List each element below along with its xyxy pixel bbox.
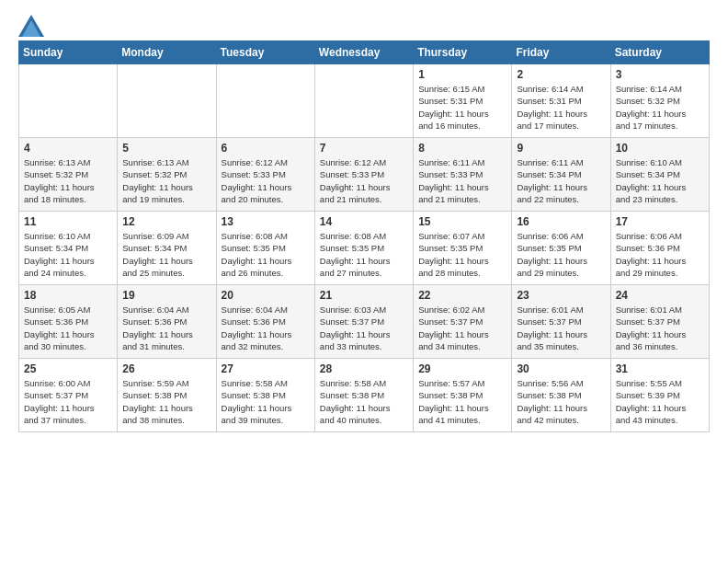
day-number: 15 xyxy=(418,215,506,228)
cell-content: Sunrise: 5:57 AM Sunset: 5:38 PM Dayligh… xyxy=(418,377,506,426)
calendar-cell: 5Sunrise: 6:13 AM Sunset: 5:32 PM Daylig… xyxy=(118,138,216,212)
day-number: 9 xyxy=(517,142,605,155)
calendar-cell: 9Sunrise: 6:11 AM Sunset: 5:34 PM Daylig… xyxy=(512,138,610,212)
cell-content: Sunrise: 6:10 AM Sunset: 5:34 PM Dayligh… xyxy=(24,230,112,279)
cell-content: Sunrise: 5:56 AM Sunset: 5:38 PM Dayligh… xyxy=(517,377,605,426)
cell-content: Sunrise: 6:11 AM Sunset: 5:33 PM Dayligh… xyxy=(418,156,506,205)
calendar-cell: 27Sunrise: 5:58 AM Sunset: 5:38 PM Dayli… xyxy=(216,359,314,432)
day-number: 7 xyxy=(320,142,408,155)
cell-content: Sunrise: 6:12 AM Sunset: 5:33 PM Dayligh… xyxy=(222,156,310,205)
calendar-cell xyxy=(314,64,413,138)
calendar-cell: 19Sunrise: 6:04 AM Sunset: 5:36 PM Dayli… xyxy=(118,285,216,359)
page-header xyxy=(18,15,710,33)
day-number: 16 xyxy=(517,215,605,228)
day-number: 17 xyxy=(616,215,704,228)
cell-content: Sunrise: 6:05 AM Sunset: 5:36 PM Dayligh… xyxy=(24,304,112,352)
day-number: 13 xyxy=(222,215,310,228)
calendar-cell: 24Sunrise: 6:01 AM Sunset: 5:37 PM Dayli… xyxy=(610,285,709,359)
calendar-cell: 12Sunrise: 6:09 AM Sunset: 5:34 PM Dayli… xyxy=(118,212,216,285)
day-number: 26 xyxy=(122,362,210,375)
weekday-header-sunday: Sunday xyxy=(19,41,118,64)
cell-content: Sunrise: 6:01 AM Sunset: 5:37 PM Dayligh… xyxy=(616,304,704,352)
day-number: 14 xyxy=(320,215,408,228)
cell-content: Sunrise: 6:01 AM Sunset: 5:37 PM Dayligh… xyxy=(517,304,605,352)
day-number: 21 xyxy=(320,289,408,302)
calendar-week-5: 25Sunrise: 6:00 AM Sunset: 5:37 PM Dayli… xyxy=(19,359,710,432)
cell-content: Sunrise: 6:12 AM Sunset: 5:33 PM Dayligh… xyxy=(320,156,408,205)
calendar-cell: 4Sunrise: 6:13 AM Sunset: 5:32 PM Daylig… xyxy=(19,138,118,212)
calendar-cell: 20Sunrise: 6:04 AM Sunset: 5:36 PM Dayli… xyxy=(216,285,314,359)
calendar-table: SundayMondayTuesdayWednesdayThursdayFrid… xyxy=(18,40,710,432)
cell-content: Sunrise: 6:10 AM Sunset: 5:34 PM Dayligh… xyxy=(616,156,704,205)
calendar-cell: 1Sunrise: 6:15 AM Sunset: 5:31 PM Daylig… xyxy=(414,64,512,138)
cell-content: Sunrise: 6:11 AM Sunset: 5:34 PM Dayligh… xyxy=(517,156,605,205)
day-number: 28 xyxy=(320,362,408,375)
cell-content: Sunrise: 5:59 AM Sunset: 5:38 PM Dayligh… xyxy=(122,377,210,426)
logo-icon xyxy=(18,15,40,33)
cell-content: Sunrise: 6:14 AM Sunset: 5:32 PM Dayligh… xyxy=(616,83,704,132)
day-number: 23 xyxy=(517,289,605,302)
calendar-cell: 17Sunrise: 6:06 AM Sunset: 5:36 PM Dayli… xyxy=(610,212,709,285)
calendar-cell xyxy=(19,64,118,138)
calendar-cell: 28Sunrise: 5:58 AM Sunset: 5:38 PM Dayli… xyxy=(314,359,413,432)
calendar-cell: 8Sunrise: 6:11 AM Sunset: 5:33 PM Daylig… xyxy=(414,138,512,212)
calendar-cell: 29Sunrise: 5:57 AM Sunset: 5:38 PM Dayli… xyxy=(414,359,512,432)
day-number: 25 xyxy=(24,362,112,375)
day-number: 4 xyxy=(24,142,112,155)
calendar-week-4: 18Sunrise: 6:05 AM Sunset: 5:36 PM Dayli… xyxy=(19,285,710,359)
calendar-cell: 23Sunrise: 6:01 AM Sunset: 5:37 PM Dayli… xyxy=(512,285,610,359)
weekday-header-friday: Friday xyxy=(512,41,610,64)
calendar-cell: 22Sunrise: 6:02 AM Sunset: 5:37 PM Dayli… xyxy=(414,285,512,359)
cell-content: Sunrise: 6:08 AM Sunset: 5:35 PM Dayligh… xyxy=(222,230,310,279)
day-number: 19 xyxy=(122,289,210,302)
cell-content: Sunrise: 6:13 AM Sunset: 5:32 PM Dayligh… xyxy=(24,156,112,205)
day-number: 3 xyxy=(616,68,704,81)
cell-content: Sunrise: 6:07 AM Sunset: 5:35 PM Dayligh… xyxy=(418,230,506,279)
cell-content: Sunrise: 6:04 AM Sunset: 5:36 PM Dayligh… xyxy=(222,304,310,352)
day-number: 31 xyxy=(616,362,704,375)
day-number: 1 xyxy=(418,68,506,81)
calendar-cell: 14Sunrise: 6:08 AM Sunset: 5:35 PM Dayli… xyxy=(314,212,413,285)
weekday-header-wednesday: Wednesday xyxy=(314,41,413,64)
cell-content: Sunrise: 5:58 AM Sunset: 5:38 PM Dayligh… xyxy=(320,377,408,426)
cell-content: Sunrise: 6:15 AM Sunset: 5:31 PM Dayligh… xyxy=(418,83,506,132)
cell-content: Sunrise: 6:04 AM Sunset: 5:36 PM Dayligh… xyxy=(122,304,210,352)
calendar-cell: 10Sunrise: 6:10 AM Sunset: 5:34 PM Dayli… xyxy=(610,138,709,212)
day-number: 5 xyxy=(122,142,210,155)
cell-content: Sunrise: 6:00 AM Sunset: 5:37 PM Dayligh… xyxy=(24,377,112,426)
weekday-header-saturday: Saturday xyxy=(610,41,709,64)
calendar-cell: 31Sunrise: 5:55 AM Sunset: 5:39 PM Dayli… xyxy=(610,359,709,432)
day-number: 18 xyxy=(24,289,112,302)
calendar-cell: 16Sunrise: 6:06 AM Sunset: 5:35 PM Dayli… xyxy=(512,212,610,285)
day-number: 29 xyxy=(418,362,506,375)
calendar-cell: 2Sunrise: 6:14 AM Sunset: 5:31 PM Daylig… xyxy=(512,64,610,138)
cell-content: Sunrise: 6:13 AM Sunset: 5:32 PM Dayligh… xyxy=(122,156,210,205)
calendar-body: 1Sunrise: 6:15 AM Sunset: 5:31 PM Daylig… xyxy=(19,64,710,432)
calendar-cell: 11Sunrise: 6:10 AM Sunset: 5:34 PM Dayli… xyxy=(19,212,118,285)
calendar-cell: 6Sunrise: 6:12 AM Sunset: 5:33 PM Daylig… xyxy=(216,138,314,212)
cell-content: Sunrise: 6:02 AM Sunset: 5:37 PM Dayligh… xyxy=(418,304,506,352)
cell-content: Sunrise: 6:03 AM Sunset: 5:37 PM Dayligh… xyxy=(320,304,408,352)
calendar-cell: 15Sunrise: 6:07 AM Sunset: 5:35 PM Dayli… xyxy=(414,212,512,285)
day-number: 12 xyxy=(122,215,210,228)
cell-content: Sunrise: 6:09 AM Sunset: 5:34 PM Dayligh… xyxy=(122,230,210,279)
day-number: 27 xyxy=(222,362,310,375)
calendar-cell: 3Sunrise: 6:14 AM Sunset: 5:32 PM Daylig… xyxy=(610,64,709,138)
calendar-week-3: 11Sunrise: 6:10 AM Sunset: 5:34 PM Dayli… xyxy=(19,212,710,285)
day-number: 8 xyxy=(418,142,506,155)
day-number: 10 xyxy=(616,142,704,155)
day-number: 11 xyxy=(24,215,112,228)
day-number: 6 xyxy=(222,142,310,155)
calendar-week-2: 4Sunrise: 6:13 AM Sunset: 5:32 PM Daylig… xyxy=(19,138,710,212)
day-number: 24 xyxy=(616,289,704,302)
cell-content: Sunrise: 6:08 AM Sunset: 5:35 PM Dayligh… xyxy=(320,230,408,279)
weekday-header-tuesday: Tuesday xyxy=(216,41,314,64)
calendar-cell: 18Sunrise: 6:05 AM Sunset: 5:36 PM Dayli… xyxy=(19,285,118,359)
day-number: 30 xyxy=(517,362,605,375)
calendar-cell: 26Sunrise: 5:59 AM Sunset: 5:38 PM Dayli… xyxy=(118,359,216,432)
logo xyxy=(18,15,44,33)
calendar-cell xyxy=(216,64,314,138)
weekday-header-monday: Monday xyxy=(118,41,216,64)
calendar-header-row: SundayMondayTuesdayWednesdayThursdayFrid… xyxy=(19,41,710,64)
calendar-cell: 7Sunrise: 6:12 AM Sunset: 5:33 PM Daylig… xyxy=(314,138,413,212)
